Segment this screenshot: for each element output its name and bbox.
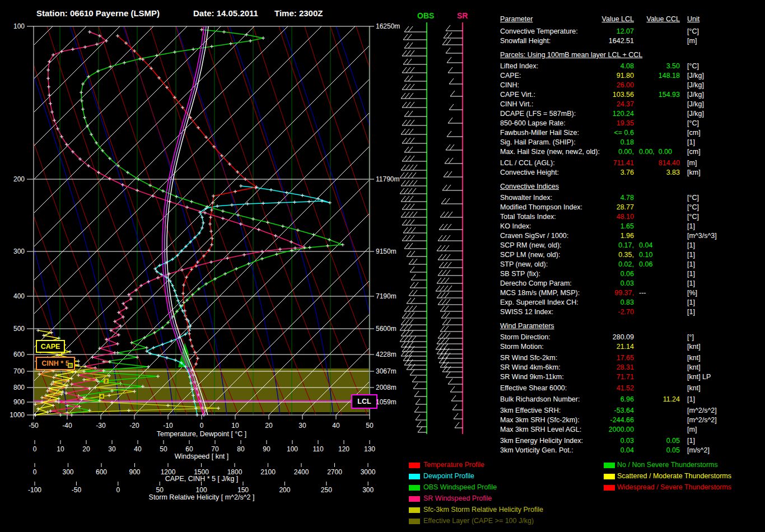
pressure-label: 300 (2, 248, 25, 255)
wind-axis-tick-label: 10 (57, 445, 64, 453)
dry-adiabat-line (330, 26, 470, 415)
param-unit: [km] (687, 169, 701, 176)
param-label: Snowfall Height: (500, 37, 551, 45)
temp-axis-tick-label: -20 (129, 422, 139, 430)
param-label: Convective Temperature: (500, 27, 578, 35)
param-unit: [1] (687, 395, 695, 403)
param-label: Storm Motion: (500, 343, 544, 351)
param-unit: [°C] (687, 119, 699, 127)
param-unit: [1] (687, 251, 695, 259)
wind-axis-tick-label: 90 (263, 445, 270, 453)
time-label: Time: 2300Z (274, 8, 323, 18)
legend-swatch (409, 507, 420, 513)
parcel-curve-2 (165, 26, 206, 415)
wind-axis-tick-label: 20 (82, 445, 90, 453)
legend-swatch (604, 463, 615, 468)
param-value-ccl: 0.05 (635, 437, 680, 445)
param-unit: [%] (687, 289, 697, 297)
param-value-lcl: -2.70 (567, 308, 634, 316)
param-unit: [1] (687, 138, 695, 146)
param-value-lcl: 4.08 (567, 62, 634, 70)
temp-axis-tick-label: -50 (29, 422, 38, 430)
pressure-label: 700 (2, 367, 25, 375)
param-value-lcl: 0.00, (567, 148, 634, 156)
srh-axis-tick-label: 300 (362, 486, 374, 494)
param-value-ccl: 0.05 (635, 446, 680, 454)
param-value-lcl: -53.64 (567, 407, 634, 414)
param-value-lcl: -244.66 (567, 416, 634, 424)
legend-swatch (409, 474, 420, 479)
param-label: CINH: (500, 81, 519, 89)
param-value-ccl: 11.24 (635, 395, 680, 403)
param-value-second: --- (639, 289, 646, 297)
param-value-lcl: 71.71 (567, 373, 634, 381)
temp-axis-tick-label: -30 (96, 422, 105, 430)
moist-adiabat-line (70, 26, 174, 415)
param-unit: [m^2/s^2] (687, 407, 717, 414)
param-unit: [1] (687, 270, 695, 278)
wind-axis-tick-label: 100 (287, 445, 298, 453)
height-label: 5600m (376, 325, 397, 333)
param-value-ccl: 3.83 (635, 169, 680, 176)
cape-axis-tick-label: 2100 (260, 468, 276, 476)
param-unit: [knt] (687, 363, 701, 371)
param-value-lcl: 0.04 (567, 446, 634, 454)
cape-axis-tick-label: 600 (96, 468, 107, 476)
param-value-lcl: 24.37 (567, 100, 634, 108)
param-value-lcl: 0.03 (567, 437, 634, 445)
temp-axis-tick-label: 30 (298, 422, 306, 430)
param-label: SR Wind 4km-6km: (500, 363, 561, 371)
param-label: Storm Direction: (500, 333, 551, 341)
cape-annotation-box: CAPE (36, 340, 65, 353)
legend-label: OBS Windspeed Profile (423, 483, 497, 491)
cape-axis-tick-label: 3000 (361, 468, 376, 476)
legend-swatch (409, 485, 420, 491)
dry-adiabat-line (99, 26, 239, 415)
dry-adiabat-line (279, 26, 419, 415)
param-unit: [1] (687, 298, 695, 306)
cape-axis-tick-label: 0 (33, 468, 37, 476)
srh-axis-tick-label: 150 (237, 486, 249, 494)
param-label: STP (new, old): (500, 260, 548, 268)
param-label: SCP LM (new, old): (500, 251, 560, 259)
param-value-lcl: 0.03 (567, 279, 634, 287)
param-value-second: 0.04 (639, 241, 652, 249)
height-label: 16250m (376, 22, 400, 30)
pressure-label: 900 (2, 398, 25, 406)
param-label: 3km Effective SRH: (500, 407, 561, 414)
parcel-curve-2-line (165, 26, 206, 415)
level-marker-2: 2 (104, 379, 109, 384)
pressure-label: 100 (2, 22, 25, 30)
param-value-ccl: 148.18 (635, 72, 680, 80)
cape-axis-tick-label: 1200 (161, 468, 176, 476)
wind-axis-tick-label: 110 (312, 445, 323, 453)
column-header-value-ccl: Value CCL (641, 15, 680, 23)
obs-windspeed-profile-point-marks (59, 28, 344, 417)
temp-axis-tick-label: 10 (231, 422, 239, 430)
pressure-label: 500 (2, 325, 25, 333)
param-label: Convective Height: (500, 169, 559, 176)
param-value-lcl: 280.09 (567, 333, 634, 341)
param-label: SR Wind 9km-11km: (500, 373, 564, 381)
param-value-lcl: 6.96 (567, 395, 634, 403)
param-unit: [1] (687, 222, 695, 230)
legend-label: Scattered / Moderate Thunderstorms (617, 472, 731, 480)
param-unit: [J/kg] (687, 91, 704, 99)
param-unit: [1] (687, 279, 695, 287)
date-label: Date: 14.05.2011 (193, 8, 258, 18)
param-value-lcl: 103.56 (567, 91, 634, 99)
param-unit: [m] (687, 426, 697, 433)
level-marker-B: B (68, 363, 73, 368)
legend-label: Temperature Profile (423, 461, 484, 469)
legend-label: Effective Layer (CAPE >= 100 J/kg) (423, 517, 534, 525)
srh-axis-tick-label: -50 (72, 486, 81, 494)
param-value-ccl: 154.93 (635, 91, 680, 99)
param-label: SR Wind Sfc-2km: (500, 354, 557, 362)
param-label: SB STP (fix): (500, 270, 540, 278)
height-label: 7190m (376, 292, 397, 300)
section-header: Convective Indices (500, 183, 559, 190)
srh-axis-tick-label: 0 (116, 486, 120, 494)
srh-axis-tick-label: 200 (279, 486, 290, 494)
temp-axis-tick-label: 0 (200, 422, 204, 430)
wind-axis-tick-label: 70 (211, 445, 218, 453)
